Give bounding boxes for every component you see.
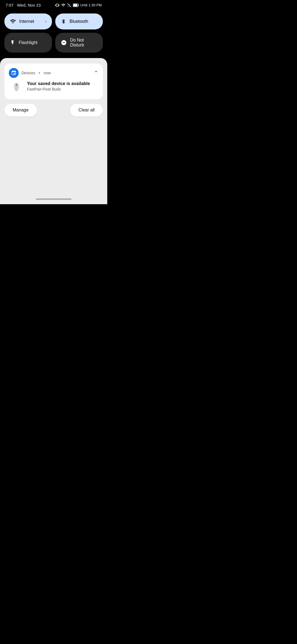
clear-all-button[interactable]: Clear all [70,104,103,116]
notification-panel: Devices • now ⌃ Your saved device is ava… [0,58,107,196]
home-bar [36,198,72,200]
status-icons: Until 1:30 PM [55,3,102,7]
flashlight-tile[interactable]: Flashlight [4,33,52,53]
notif-expand-icon[interactable]: ⌃ [94,70,98,76]
svg-rect-3 [73,4,77,6]
dnd-tile-label: Do Not Disturb [70,38,97,48]
notification-header-left: Devices • now [9,68,51,78]
vibrate-icon [55,3,59,7]
dnd-tile[interactable]: Do Not Disturb [55,33,103,53]
notif-app-icon [9,68,19,78]
internet-tile-label: Internet [19,19,34,24]
notification-body: Your saved device is available FastPair-… [9,81,98,94]
svg-rect-2 [78,4,79,6]
notif-subtitle: FastPair-Pixel Buds [27,87,90,91]
wifi-icon [61,3,66,7]
wifi-tile-icon [10,18,16,24]
bluetooth-tile-icon [61,18,66,24]
notif-title: Your saved device is available [27,81,90,86]
notif-app-name: Devices [21,71,35,75]
notif-time: now [44,71,51,75]
status-time: 7:07 Wed, Nov 23 [6,3,41,7]
notification-card[interactable]: Devices • now ⌃ Your saved device is ava… [4,64,103,99]
earbuds-icon [10,81,23,94]
home-indicator [0,196,107,204]
internet-chevron-icon: › [45,19,46,24]
action-buttons: Manage Clear all [4,104,103,116]
svg-point-7 [16,84,17,85]
quick-tiles: Internet › Bluetooth Flashlight Do Not D… [0,10,107,58]
notification-text: Your saved device is available FastPair-… [27,81,90,91]
internet-tile[interactable]: Internet › [4,13,52,29]
notif-dot: • [39,71,40,75]
time-text: 7:07 [6,3,13,7]
manage-button[interactable]: Manage [4,104,37,116]
flashlight-tile-label: Flashlight [19,40,37,45]
bluetooth-tile-label: Bluetooth [70,19,88,24]
svg-point-8 [15,87,18,91]
dnd-tile-icon [61,40,67,46]
status-bar: 7:07 Wed, Nov 23 Until 1:30 PM [0,0,107,10]
battery-label: Until 1:30 PM [80,3,102,7]
signal-icon [67,3,72,7]
flashlight-tile-icon [10,40,15,46]
date-text: Wed, Nov 23 [17,3,41,7]
battery-icon [73,3,79,7]
bluetooth-tile[interactable]: Bluetooth [55,13,103,29]
notification-header: Devices • now ⌃ [9,68,98,78]
